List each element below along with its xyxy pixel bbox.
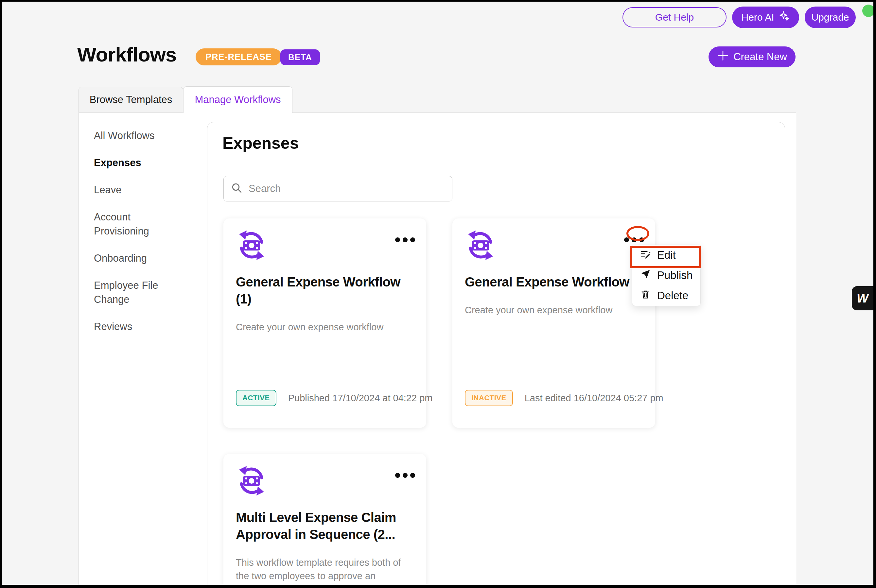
pre-release-badge: PRE-RELEASE bbox=[196, 48, 282, 65]
workflow-card-title: Multi Level Expense Claim Approval in Se… bbox=[236, 509, 414, 543]
workflow-card[interactable]: General Expense Workflow (1) Create your… bbox=[224, 219, 426, 428]
tab-browse-templates[interactable]: Browse Templates bbox=[78, 87, 183, 112]
status-badge: ACTIVE bbox=[236, 390, 276, 406]
expense-sync-icon bbox=[465, 256, 496, 262]
sidebar-item-leave[interactable]: Leave bbox=[94, 183, 187, 197]
sidebar-item-reviews[interactable]: Reviews bbox=[94, 320, 187, 334]
search-input[interactable] bbox=[249, 183, 445, 195]
kebab-menu-icon[interactable] bbox=[393, 471, 417, 480]
workflow-card-description: Create your own expense workflow bbox=[465, 303, 643, 317]
card-context-menu: Edit Publish Delete bbox=[632, 244, 700, 306]
upgrade-label: Upgrade bbox=[811, 12, 849, 23]
kebab-menu-icon[interactable] bbox=[622, 236, 646, 244]
get-help-button[interactable]: Get Help bbox=[622, 7, 726, 27]
hero-ai-label: Hero AI bbox=[741, 12, 774, 23]
workflow-card-title: General Expense Workflow bbox=[465, 273, 643, 290]
get-help-label: Get Help bbox=[655, 12, 694, 23]
workflow-card-footer: ACTIVE Published 17/10/2024 at 04:22 pm bbox=[236, 390, 416, 406]
sidebar-item-all-workflows[interactable]: All Workflows bbox=[94, 129, 187, 142]
beta-badge: BETA bbox=[280, 50, 320, 65]
published-timestamp: Published 17/10/2024 at 04:22 pm bbox=[288, 393, 433, 404]
tab-manage-label: Manage Workflows bbox=[195, 94, 280, 106]
tab-browse-label: Browse Templates bbox=[90, 94, 172, 106]
menu-item-publish[interactable]: Publish bbox=[632, 265, 700, 285]
kebab-menu-icon[interactable] bbox=[393, 236, 417, 244]
trash-icon bbox=[640, 289, 651, 302]
expense-sync-icon bbox=[236, 256, 267, 262]
workflow-card-footer: INACTIVE Last edited 16/10/2024 05:27 pm bbox=[465, 390, 645, 406]
workflow-card[interactable]: General Expense Workflow Create your own… bbox=[452, 219, 655, 428]
search-box[interactable] bbox=[224, 176, 452, 201]
app-page: Get Help Hero AI Upgrade Workflows PRE-R… bbox=[2, 2, 873, 585]
plus-icon bbox=[717, 50, 729, 64]
sidebar-item-onboarding[interactable]: Onboarding bbox=[94, 251, 187, 265]
menu-item-publish-label: Publish bbox=[657, 269, 693, 282]
menu-item-delete[interactable]: Delete bbox=[632, 285, 700, 306]
upgrade-button[interactable]: Upgrade bbox=[805, 6, 856, 28]
tab-manage-workflows[interactable]: Manage Workflows bbox=[183, 86, 292, 113]
sparkles-icon bbox=[779, 11, 790, 24]
panel-heading: Expenses bbox=[222, 134, 298, 153]
create-new-button[interactable]: Create New bbox=[708, 46, 795, 68]
menu-item-delete-label: Delete bbox=[657, 290, 688, 302]
page-title: Workflows bbox=[77, 43, 176, 66]
edit-icon bbox=[640, 249, 651, 262]
expense-sync-icon bbox=[236, 492, 267, 497]
menu-item-edit-label: Edit bbox=[657, 249, 676, 261]
workflow-card-description: Create your own expense workflow bbox=[236, 321, 414, 334]
w-logo-icon: W bbox=[857, 291, 868, 306]
create-new-label: Create New bbox=[734, 51, 787, 63]
workflow-card-title: General Expense Workflow (1) bbox=[236, 273, 414, 308]
status-badge: INACTIVE bbox=[465, 390, 513, 406]
screenshot-frame: Get Help Hero AI Upgrade Workflows PRE-R… bbox=[0, 0, 876, 588]
recording-indicator-dot bbox=[862, 4, 873, 17]
search-icon bbox=[231, 182, 243, 195]
menu-item-edit[interactable]: Edit bbox=[632, 245, 700, 265]
sidebar-item-employee-file-change[interactable]: Employee File Change bbox=[94, 278, 187, 306]
publish-icon bbox=[640, 269, 651, 282]
sidebar-item-expenses[interactable]: Expenses bbox=[94, 156, 187, 170]
workflow-card[interactable]: Multi Level Expense Claim Approval in Se… bbox=[224, 454, 426, 585]
last-edited-timestamp: Last edited 16/10/2024 05:27 pm bbox=[525, 393, 663, 404]
category-sidebar: All Workflows Expenses Leave Account Pro… bbox=[94, 129, 187, 346]
workflow-card-description: This workflow template requires both of … bbox=[236, 556, 414, 585]
widget-tab[interactable]: W bbox=[852, 286, 873, 310]
hero-ai-button[interactable]: Hero AI bbox=[732, 6, 799, 28]
sidebar-item-account-provisioning[interactable]: Account Provisioning bbox=[94, 210, 187, 238]
